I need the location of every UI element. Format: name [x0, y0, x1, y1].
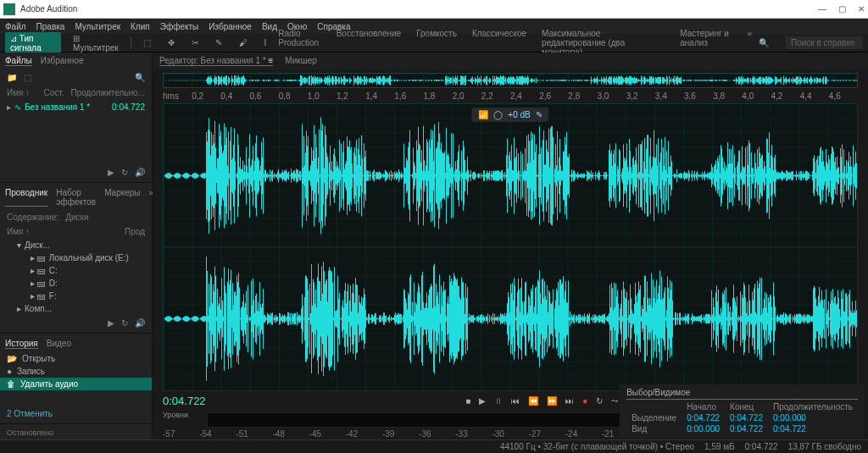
browser-col-name[interactable]: Имя ↑ — [7, 227, 118, 236]
loop-icon[interactable]: ↻ — [121, 168, 128, 177]
stop-button[interactable]: ■ — [465, 396, 470, 406]
view-start[interactable]: 0:00.000 — [682, 423, 725, 434]
sel-dur[interactable]: 0:00.000 — [768, 412, 858, 423]
tool-move[interactable]: ✥ — [163, 36, 180, 49]
app-title: Adobe Audition — [20, 4, 818, 14]
tab-markers[interactable]: Маркеры — [104, 188, 140, 207]
col-name[interactable]: Имя ↑ — [7, 88, 36, 97]
hud-knob-icon[interactable]: ◯ — [493, 110, 503, 119]
col-status[interactable]: Сост. — [43, 88, 64, 97]
history-record[interactable]: ●Запись — [0, 365, 152, 378]
drive-d[interactable]: ▸ 🖴 D: — [0, 277, 152, 290]
selection-title: Выбор/Видимое — [626, 388, 858, 400]
files-open-icon[interactable]: 📁 — [7, 73, 17, 82]
file-name: Без названия 1 * — [25, 102, 108, 112]
hud-gain[interactable]: 📶 ◯ +0 dB ✎ — [471, 108, 548, 122]
hud-pencil-icon[interactable]: ✎ — [536, 110, 542, 119]
waveform-display[interactable]: 📶 ◯ +0 dB ✎ — [163, 103, 858, 391]
minimize-button[interactable]: — — [818, 4, 826, 14]
contents-dropdown[interactable]: Диски — [65, 213, 88, 222]
menu-edit[interactable]: Правка — [36, 22, 65, 31]
overview-waveform[interactable] — [163, 73, 858, 88]
toolbar: ⊿ Тип сигнала ⊞ Мультитрек ⬚ ✥ ✂ ✎ 🖌 I R… — [0, 34, 868, 52]
levels-label: Уровни — [163, 411, 188, 419]
time-position[interactable]: 0:04.722 — [153, 391, 216, 411]
tab-video[interactable]: Видео — [47, 339, 71, 349]
drive-f[interactable]: ▸ 🖴 F: — [0, 290, 152, 302]
record-icon: ● — [7, 367, 12, 376]
search-icon: 🔍 — [759, 38, 769, 47]
menu-multitrack[interactable]: Мультитрек — [75, 22, 120, 31]
pause-button[interactable]: ⏸ — [494, 396, 503, 406]
file-duration: 0:04.722 — [112, 102, 145, 112]
tab-browser[interactable]: Проводник — [5, 188, 47, 207]
file-row[interactable]: ▸ ∿ Без названия 1 * 0:04.722 — [0, 100, 152, 114]
goto-start-button[interactable]: ⏮ — [511, 396, 520, 406]
tool-heal[interactable]: ✎ — [210, 36, 227, 49]
menu-effects[interactable]: Эффекты — [160, 22, 198, 31]
play-button[interactable]: ▶ — [479, 396, 486, 406]
browser-play-icon[interactable]: ▶ — [108, 318, 114, 328]
col-duration[interactable]: Продолжительно... — [70, 88, 145, 97]
hud-pin-icon[interactable]: 📶 — [478, 110, 488, 119]
multitrack-view-button[interactable]: ⊞ Мультитрек — [68, 32, 124, 54]
sel-start[interactable]: 0:04.722 — [682, 412, 725, 423]
sel-end[interactable]: 0:04.722 — [725, 412, 768, 423]
menu-clip[interactable]: Клип — [131, 22, 150, 31]
waveform-file-icon: ∿ — [14, 102, 21, 112]
browser-loop-icon[interactable]: ↻ — [121, 318, 128, 328]
tab-history[interactable]: История — [5, 339, 38, 349]
tool-razor[interactable]: ✂ — [186, 36, 203, 49]
record-button[interactable]: ● — [582, 396, 587, 406]
menu-favorites[interactable]: Избранное — [209, 22, 252, 31]
skip-button[interactable]: ⤳ — [611, 396, 618, 406]
forward-button[interactable]: ⏩ — [547, 396, 557, 406]
expand-icon[interactable]: ▸ — [7, 102, 11, 112]
tab-effects[interactable]: Набор эффектов — [56, 188, 96, 207]
view-end[interactable]: 0:04.722 — [725, 423, 768, 434]
autoplay-icon[interactable]: 🔊 — [135, 168, 145, 177]
menu-view[interactable]: Вид — [262, 22, 277, 31]
history-open[interactable]: 📂Открыть — [0, 352, 152, 365]
menu-file[interactable]: Файл — [5, 22, 26, 31]
tree-group-computer[interactable]: ▸ Комп... — [0, 302, 152, 315]
help-search-input[interactable]: Поиск в справке — [786, 36, 863, 49]
status-format: 44100 Гц • 32-бит (с плавающей точкой) •… — [500, 442, 694, 451]
close-button[interactable]: ✕ — [858, 4, 865, 14]
status-size: 1,59 мБ — [704, 442, 735, 451]
waveform-view-button[interactable]: ⊿ Тип сигнала — [5, 32, 61, 54]
status-free: 13,87 ГБ свободно — [788, 442, 861, 451]
playback-status: Остановлено — [0, 426, 152, 439]
history-delete-audio[interactable]: 🗑Удалить аудио — [0, 378, 152, 390]
undo-count[interactable]: 2 Отменить — [0, 406, 152, 422]
tab-favorites[interactable]: Избранное — [41, 56, 84, 66]
browser-col-prod[interactable]: Прод — [125, 227, 145, 236]
tab-editor[interactable]: Редактор: Без названия 1 * ≡ — [159, 56, 273, 66]
goto-end-button[interactable]: ⏭ — [565, 396, 574, 406]
tree-group-disks[interactable]: ▾ Диск... — [0, 239, 152, 251]
tab-files[interactable]: Файлы — [5, 56, 32, 66]
browser-auto-icon[interactable]: 🔊 — [135, 318, 145, 328]
contents-label: Содержание: — [7, 213, 58, 222]
open-icon: 📂 — [7, 354, 17, 363]
status-duration: 0:04.722 — [745, 442, 778, 451]
files-search-icon[interactable]: 🔍 — [135, 73, 145, 82]
tool-brush[interactable]: 🖌 — [234, 36, 253, 49]
tool-time-select[interactable]: I — [259, 36, 272, 49]
statusbar: 44100 Гц • 32-бит (с плавающей точкой) •… — [0, 439, 868, 453]
time-ruler[interactable]: hms 0,20,40,60,81,01,21,41,61,82,02,22,4… — [163, 91, 858, 103]
selection-panel: Выбор/Видимое НачалоКонецПродолжительнос… — [620, 384, 865, 438]
rewind-button[interactable]: ⏪ — [528, 396, 538, 406]
app-logo-icon — [3, 3, 15, 15]
drive-e[interactable]: ▸ 🖴 Локальный диск (E:) — [0, 251, 152, 264]
files-record-icon[interactable]: ⬚ — [24, 73, 31, 82]
maximize-button[interactable]: ▢ — [838, 4, 846, 14]
tool-hud[interactable]: ⬚ — [138, 36, 156, 49]
trash-icon: 🗑 — [7, 379, 15, 389]
titlebar: Adobe Audition — ▢ ✕ — [0, 0, 868, 19]
play-icon[interactable]: ▶ — [108, 168, 114, 177]
view-dur[interactable]: 0:04.722 — [768, 423, 858, 434]
loop-button[interactable]: ↻ — [596, 396, 603, 406]
drive-c[interactable]: ▸ 🖴 C: — [0, 264, 152, 277]
tab-mixer[interactable]: Микшер — [285, 56, 316, 66]
